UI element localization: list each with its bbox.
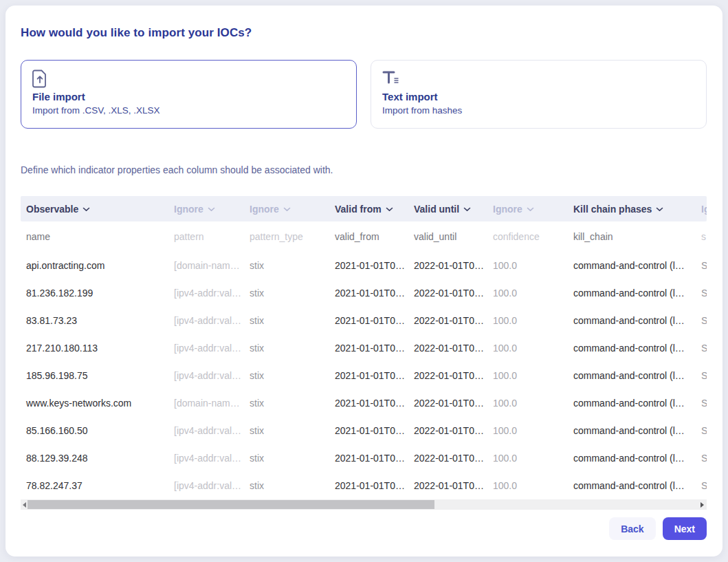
cell-kill_chain: command-and-control (l… [573,288,701,299]
column-header-label: Ignore [701,204,707,215]
cell-valid_until: 2022-01-01T0… [414,260,493,271]
cell-pattern: [ipv4-addr:val… [174,453,250,464]
cell-s: S [701,370,707,381]
table-row: 81.236.182.199[ipv4-addr:val…stix2021-01… [21,279,707,307]
csv-field-valid-from: valid_from [335,231,414,242]
cell-name: 185.96.198.75 [26,370,174,381]
column-header-7-ignore[interactable]: Ignore [701,204,707,215]
cell-confidence: 100.0 [493,315,573,326]
cell-s: S [701,260,707,271]
cell-kill_chain: command-and-control (l… [573,453,701,464]
column-header-label: Valid until [414,204,459,215]
cell-pattern_type: stix [250,480,335,491]
csv-field-row: namepatternpattern_typevalid_fromvalid_u… [21,221,707,252]
column-mapping-table: ObservableIgnoreIgnoreValid fromValid un… [21,196,707,499]
scroll-left-arrow-icon[interactable] [23,502,26,508]
cell-s: S [701,315,707,326]
cell-confidence: 100.0 [493,453,573,464]
cell-confidence: 100.0 [493,480,573,491]
cell-s: S [701,398,707,409]
cell-pattern_type: stix [250,343,335,354]
column-header-4-valid-until[interactable]: Valid until [414,204,493,215]
column-header-label: Ignore [174,204,203,215]
cell-name: 85.166.160.50 [26,425,174,436]
cell-valid_until: 2022-01-01T0… [414,370,493,381]
cell-s: S [701,453,707,464]
cell-valid_from: 2021-01-01T0… [335,315,414,326]
cell-name: 81.236.182.199 [26,288,174,299]
cell-confidence: 100.0 [493,343,573,354]
chevron-down-icon [527,207,534,212]
column-header-0-observable[interactable]: Observable [26,204,174,215]
cell-confidence: 100.0 [493,425,573,436]
cell-pattern_type: stix [250,398,335,409]
column-header-label: Valid from [335,204,382,215]
cell-confidence: 100.0 [493,288,573,299]
cell-pattern_type: stix [250,288,335,299]
cell-valid_from: 2021-01-01T0… [335,260,414,271]
table-row: 78.82.247.37[ipv4-addr:val…stix2021-01-0… [21,472,707,499]
cell-kill_chain: command-and-control (l… [573,315,701,326]
cell-pattern_type: stix [250,370,335,381]
text-import-icon [382,69,695,89]
cell-kill_chain: command-and-control (l… [573,480,701,491]
column-header-label: Observable [26,204,78,215]
text-import-card[interactable]: Text import Import from hashes [371,60,707,129]
table-row: 217.210.180.113[ipv4-addr:val…stix2021-0… [21,334,707,362]
cell-kill_chain: command-and-control (l… [573,398,701,409]
cell-pattern_type: stix [250,425,335,436]
cell-valid_from: 2021-01-01T0… [335,480,414,491]
cell-name: 78.82.247.37 [26,480,174,491]
text-import-title: Text import [382,91,695,102]
dialog-footer: Back Next [21,517,707,540]
cell-confidence: 100.0 [493,260,573,271]
column-header-3-valid-from[interactable]: Valid from [335,204,414,215]
chevron-down-icon [656,207,663,212]
cell-valid_from: 2021-01-01T0… [335,343,414,354]
cell-kill_chain: command-and-control (l… [573,425,701,436]
column-header-2-ignore[interactable]: Ignore [250,204,335,215]
scroll-right-arrow-icon[interactable] [701,502,704,508]
cell-valid_until: 2022-01-01T0… [414,288,493,299]
file-upload-icon [32,69,345,89]
page-title: How would you like to import your IOCs? [21,26,707,40]
cell-kill_chain: command-and-control (l… [573,260,701,271]
column-header-1-ignore[interactable]: Ignore [174,204,250,215]
cell-name: 217.210.180.113 [26,343,174,354]
column-header-label: Kill chain phases [573,204,652,215]
cell-valid_until: 2022-01-01T0… [414,343,493,354]
cell-name: 88.129.39.248 [26,453,174,464]
column-header-6-kill-chain-phases[interactable]: Kill chain phases [573,204,701,215]
cell-pattern: [domain-nam… [174,260,250,271]
cell-pattern_type: stix [250,260,335,271]
cell-pattern_type: stix [250,315,335,326]
cell-valid_from: 2021-01-01T0… [335,288,414,299]
cell-kill_chain: command-and-control (l… [573,343,701,354]
csv-field-confidence: confidence [493,231,573,242]
horizontal-scrollbar[interactable] [21,499,707,510]
next-button[interactable]: Next [663,517,707,540]
column-header-label: Ignore [493,204,522,215]
table-row: 88.129.39.248[ipv4-addr:val…stix2021-01-… [21,444,707,472]
csv-field-pattern-type: pattern_type [250,231,335,242]
cell-valid_from: 2021-01-01T0… [335,398,414,409]
column-header-label: Ignore [250,204,279,215]
table-row: www.keys-networks.com[domain-nam…stix202… [21,389,707,417]
file-import-card[interactable]: File import Import from .CSV, .XLS, .XLS… [21,60,357,129]
table-row: api.ontracting.com[domain-nam…stix2021-0… [21,252,707,279]
scrollbar-thumb[interactable] [27,500,434,509]
column-header-row: ObservableIgnoreIgnoreValid fromValid un… [21,196,707,221]
chevron-down-icon [82,207,90,212]
cell-valid_until: 2022-01-01T0… [414,315,493,326]
cell-pattern: [ipv4-addr:val… [174,480,250,491]
mapping-hint: Define which indicator properties each c… [21,164,707,175]
column-header-5-ignore[interactable]: Ignore [493,204,573,215]
cell-name: api.ontracting.com [26,260,174,271]
back-button[interactable]: Back [609,517,655,540]
chevron-down-icon [386,207,393,212]
cell-pattern: [domain-nam… [174,398,250,409]
import-dialog: How would you like to import your IOCs? … [5,6,723,556]
cell-s: S [701,480,707,491]
cell-valid_until: 2022-01-01T0… [414,398,493,409]
cell-name: 83.81.73.23 [26,315,174,326]
